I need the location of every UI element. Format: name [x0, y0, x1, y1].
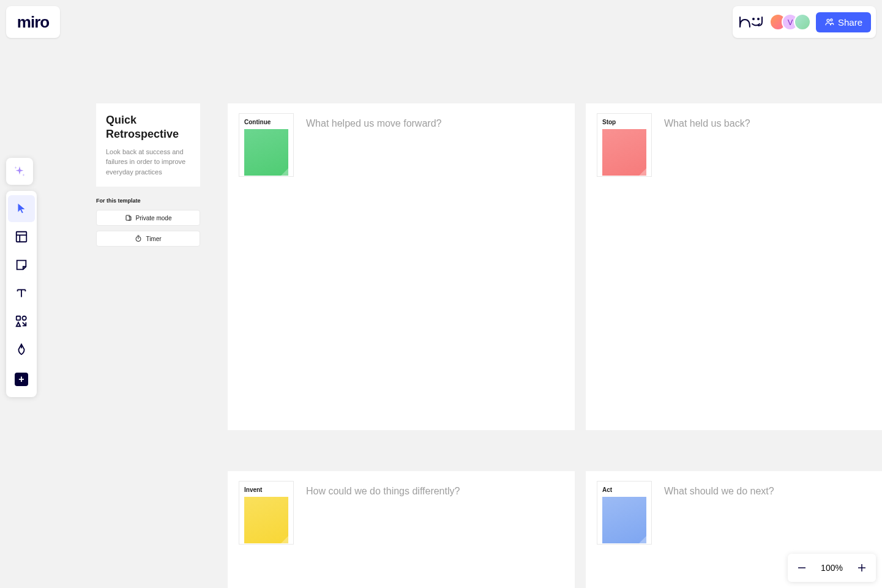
sticky-note-blue: [602, 497, 646, 543]
svg-point-12: [22, 316, 26, 320]
plus-icon: +: [15, 373, 28, 386]
cursor-icon: [15, 202, 28, 215]
share-button[interactable]: Share: [816, 12, 871, 32]
sticky-label-invent: Invent: [244, 486, 288, 493]
shapes-icon: [15, 314, 28, 328]
shapes-tool[interactable]: [8, 308, 35, 335]
topbar-right: V Share: [733, 6, 876, 38]
svg-rect-14: [126, 215, 130, 220]
svg-point-0: [752, 18, 755, 20]
sticky-thumb-continue[interactable]: Continue: [239, 113, 294, 177]
share-label: Share: [838, 17, 862, 28]
more-tools[interactable]: +: [8, 366, 35, 393]
question-stop: What held us back?: [664, 118, 750, 129]
sticky-note-red: [602, 129, 646, 176]
timer-icon: [135, 235, 142, 242]
sticky-label-act: Act: [602, 486, 646, 493]
private-mode-button[interactable]: Private mode: [96, 210, 200, 226]
question-act: What should we do next?: [664, 486, 774, 497]
intro-title: Quick Retrospective: [106, 113, 190, 142]
sticky-thumb-invent[interactable]: Invent: [239, 481, 294, 545]
sticky-label-stop: Stop: [602, 119, 646, 125]
private-mode-icon: [125, 214, 132, 221]
pen-tool[interactable]: [8, 336, 35, 363]
canvas[interactable]: Quick Retrospective Look back at success…: [0, 0, 882, 588]
plus-icon: [856, 562, 867, 573]
zoom-out-button[interactable]: [788, 554, 816, 582]
private-mode-label: Private mode: [136, 215, 172, 221]
timer-button[interactable]: Timer: [96, 231, 200, 247]
estimation-tool-icon[interactable]: [738, 11, 764, 33]
pen-icon: [15, 343, 28, 356]
logo-text: miro: [17, 13, 49, 32]
sticky-label-continue: Continue: [244, 119, 288, 125]
sparkle-icon: [13, 165, 26, 178]
templates-tool[interactable]: [8, 223, 35, 250]
minus-icon: [796, 562, 807, 573]
quadrant-continue[interactable]: Continue What helped us move forward?: [228, 103, 575, 430]
question-continue: What helped us move forward?: [306, 118, 441, 129]
svg-rect-11: [17, 316, 20, 320]
intro-description: Look back at success and failures in ord…: [106, 147, 190, 177]
sticky-note-yellow: [244, 497, 288, 543]
select-tool[interactable]: [8, 195, 35, 222]
logo-container[interactable]: miro: [6, 6, 60, 38]
quadrant-invent[interactable]: Invent How could we do things differentl…: [228, 471, 575, 588]
people-icon: [824, 17, 834, 27]
sticky-note-green: [244, 129, 288, 176]
template-icon: [15, 230, 28, 244]
collaborator-avatars[interactable]: V: [769, 13, 811, 31]
toolbar: +: [6, 191, 37, 397]
template-label: For this template: [96, 198, 200, 204]
sticky-note-icon: [15, 258, 28, 272]
svg-rect-4: [17, 232, 27, 242]
ai-tool-button[interactable]: [6, 158, 33, 185]
intro-card[interactable]: Quick Retrospective Look back at success…: [96, 103, 200, 187]
sticky-thumb-stop[interactable]: Stop: [597, 113, 652, 177]
timer-label: Timer: [146, 236, 161, 242]
text-tool[interactable]: [8, 280, 35, 307]
zoom-in-button[interactable]: [848, 554, 876, 582]
quadrant-stop[interactable]: Stop What held us back?: [586, 103, 882, 430]
sticky-thumb-act[interactable]: Act: [597, 481, 652, 545]
text-icon: [15, 286, 28, 300]
zoom-level[interactable]: 100%: [816, 563, 848, 573]
sticky-note-tool[interactable]: [8, 251, 35, 278]
avatar-user-3[interactable]: [794, 13, 811, 31]
question-invent: How could we do things differently?: [306, 486, 460, 497]
zoom-controls: 100%: [788, 554, 876, 582]
svg-point-2: [827, 19, 829, 21]
svg-point-3: [831, 19, 832, 21]
template-section: For this template Private mode Timer: [96, 198, 200, 251]
svg-point-1: [757, 18, 760, 20]
